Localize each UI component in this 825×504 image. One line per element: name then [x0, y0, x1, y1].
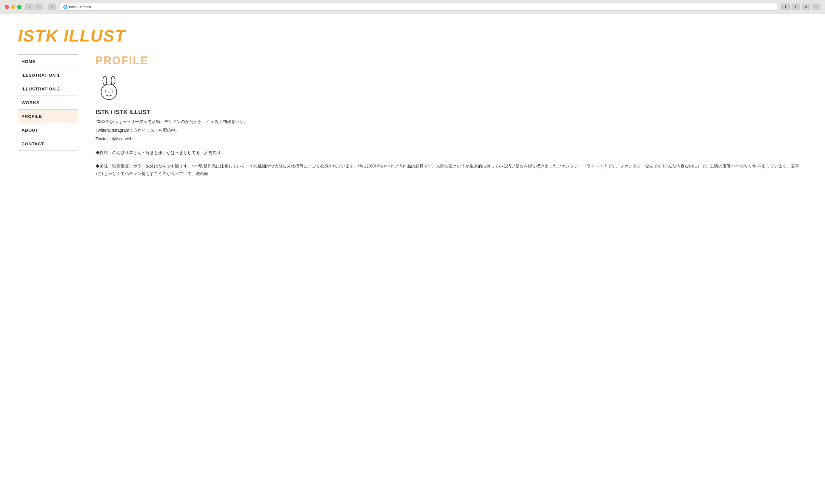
profile-personality: ◆性格：のんびり屋さん・好きと嫌いがはっきりしてる・人見知り [95, 149, 801, 156]
tab-manage-button[interactable]: ⧉ [802, 4, 810, 10]
avatar-container [95, 75, 801, 103]
share-button[interactable]: ⬆ [792, 4, 800, 10]
profile-bio-1: 20XX年からギャラリー展示で活動。デザインのかたわら、イラスト制作を行う。 [95, 118, 801, 125]
forward-button[interactable]: › [34, 4, 43, 10]
back-button[interactable]: ‹ [25, 4, 33, 10]
sidebar-toggle-button[interactable]: ⊟ [48, 4, 56, 10]
site-title: ISTK ILLUST [18, 26, 807, 46]
traffic-lights [5, 5, 21, 9]
url-text: istkillust.com [69, 5, 91, 9]
sidebar-item-illustration2[interactable]: ILLUSTRATION 2 [18, 82, 78, 96]
minimize-button[interactable] [11, 5, 15, 9]
sidebar-nav: HOME ILLSUTRATION 1 ILLUSTRATION 2 WORKS… [18, 54, 78, 179]
sidebar-item-profile[interactable]: PROFILE [18, 110, 78, 123]
sidebar-item-works[interactable]: WORKS [18, 96, 78, 110]
profile-personality-section: ◆性格：のんびり屋さん・好きと嫌いがはっきりしてる・人見知り [95, 149, 801, 156]
new-tab-button[interactable]: + [812, 4, 820, 10]
profile-bio-2: Twitter&Instagramで自作イラストを配信中。 [95, 127, 801, 134]
page-content: ISTK ILLUST HOME ILLSUTRATION 1 ILLUSTRA… [0, 14, 825, 504]
toolbar-right: ⬇ ⬆ ⧉ + [781, 4, 820, 10]
browser-chrome: ‹ › ⊟ 🌐 istkillust.com ⬇ ⬆ ⧉ + [0, 0, 825, 14]
lock-icon: 🌐 [63, 5, 67, 9]
sidebar-item-illustration1[interactable]: ILLSUTRATION 1 [18, 68, 78, 82]
avatar-icon [95, 75, 122, 102]
sidebar-item-contact[interactable]: CONTACT [18, 137, 78, 151]
sidebar-item-home[interactable]: HOME [18, 54, 78, 68]
main-content: PROFILE [95, 54, 807, 179]
download-button[interactable]: ⬇ [781, 4, 790, 10]
browser-window: ISTK ILLUST HOME ILLSUTRATION 1 ILLUSTRA… [0, 14, 825, 504]
nav-buttons: ‹ › [25, 4, 43, 10]
svg-point-0 [103, 76, 107, 85]
close-button[interactable] [5, 5, 9, 9]
layout: HOME ILLSUTRATION 1 ILLUSTRATION 2 WORKS… [18, 54, 807, 179]
svg-point-2 [101, 84, 117, 99]
section-title: PROFILE [95, 54, 801, 67]
svg-point-1 [111, 76, 115, 85]
profile-hobby-section: ◆趣味：映画鑑賞。ホラー以外はなんでも観ます。○○○監督作品に注目していて、その… [95, 162, 801, 177]
address-bar[interactable]: 🌐 istkillust.com [60, 3, 778, 11]
profile-hobby: ◆趣味：映画鑑賞。ホラー以外はなんでも観ます。○○○監督作品に注目していて、その… [95, 162, 801, 177]
sidebar-item-about[interactable]: ABOUT [18, 123, 78, 137]
profile-bio-3: Twitter：@istk_web [95, 135, 801, 143]
fullscreen-button[interactable] [17, 5, 21, 9]
profile-name: ISTK / ISTK ILLUST [95, 109, 801, 116]
